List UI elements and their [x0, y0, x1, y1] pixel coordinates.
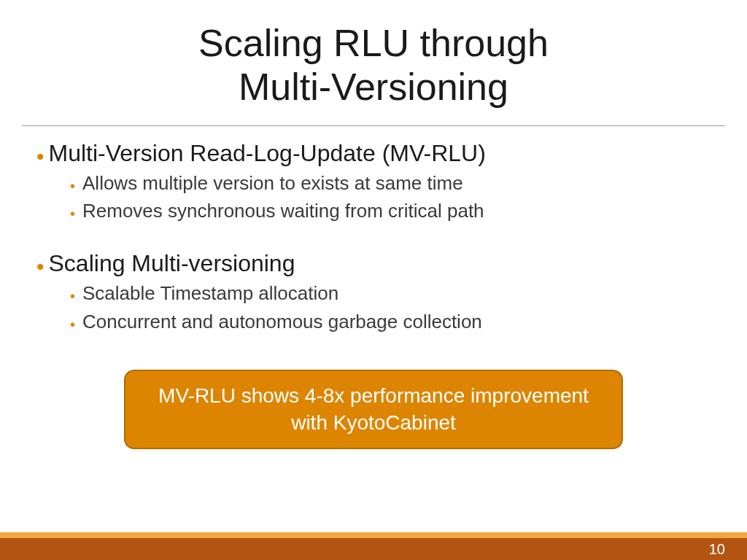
- bullet-level-2: • Concurrent and autonomous garbage coll…: [70, 310, 711, 334]
- bullet-text: Scaling Multi-versioning: [49, 249, 295, 277]
- page-number: 10: [709, 541, 725, 558]
- bullet-text: Scalable Timestamp allocation: [82, 281, 338, 306]
- bullet-level-1: • Multi-Version Read-Log-Update (MV-RLU): [36, 139, 711, 167]
- footer-stripe: 10: [0, 532, 747, 560]
- bullet-level-2: • Allows multiple version to exists at s…: [70, 171, 711, 195]
- bullet-level-2: • Removes synchronous waiting from criti…: [70, 199, 711, 223]
- bullet-level-1: • Scaling Multi-versioning: [36, 249, 711, 277]
- title-line-1: Scaling RLU through: [0, 22, 747, 66]
- bullet-icon: •: [70, 179, 75, 193]
- footer-stripe-main: 10: [0, 538, 747, 560]
- callout-box: MV-RLU shows 4-8x performance improvemen…: [124, 370, 623, 449]
- footer-stripe-accent: [0, 532, 747, 538]
- bullet-text: Multi-Version Read-Log-Update (MV-RLU): [49, 139, 486, 167]
- bullet-icon: •: [36, 256, 44, 278]
- bullet-text: Removes synchronous waiting from critica…: [82, 199, 484, 223]
- bullet-text: Allows multiple version to exists at sam…: [82, 171, 463, 195]
- bullet-text: Concurrent and autonomous garbage collec…: [82, 310, 482, 334]
- callout-text: MV-RLU shows 4-8x performance improvemen…: [147, 383, 600, 436]
- slide-content: • Multi-Version Read-Log-Update (MV-RLU)…: [0, 126, 747, 450]
- bullet-level-2: • Scalable Timestamp allocation: [70, 281, 711, 306]
- bullet-icon: •: [70, 317, 75, 332]
- title-line-2: Multi-Versioning: [0, 66, 747, 109]
- bullet-icon: •: [36, 146, 44, 168]
- bullet-icon: •: [70, 206, 75, 221]
- bullet-icon: •: [70, 289, 75, 303]
- slide-title: Scaling RLU through Multi-Versioning: [0, 0, 747, 117]
